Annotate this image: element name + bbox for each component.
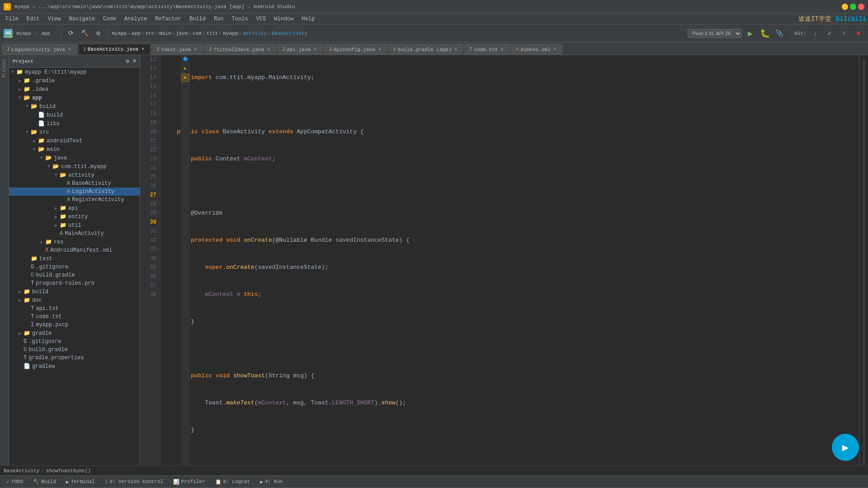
tab-close[interactable]: × bbox=[377, 47, 382, 52]
run-app-button[interactable]: ▶ bbox=[745, 28, 756, 39]
tab-close[interactable]: × bbox=[552, 47, 557, 52]
tab-toast[interactable]: J Toast.java × bbox=[151, 44, 203, 55]
tree-item-gradle[interactable]: ▶ 📁 .gradle bbox=[9, 76, 140, 85]
tab-close[interactable]: × bbox=[67, 47, 72, 52]
tree-item-mainactivity[interactable]: A MainActivity bbox=[9, 230, 140, 238]
tree-item-app[interactable]: ▼ 📂 app bbox=[9, 94, 140, 102]
bc-main[interactable]: main bbox=[159, 31, 171, 36]
tree-item-buildgradle-root[interactable]: G build.gradle bbox=[9, 346, 140, 354]
tab-todo[interactable]: ✓ TODO bbox=[2, 476, 28, 487]
tab-baseactivity[interactable]: J BaseActivity.java × bbox=[78, 44, 151, 55]
tree-item-api-txt[interactable]: T api.txt bbox=[9, 305, 140, 313]
tree-item-build-root[interactable]: ▶ 📁 build bbox=[9, 287, 140, 296]
project-view-label[interactable]: Project bbox=[2, 59, 7, 78]
sync-btn[interactable]: ⟳ bbox=[65, 28, 77, 39]
bc-baseactivity[interactable]: BaseActivity bbox=[4, 468, 39, 474]
tree-item-res[interactable]: ▶ 📁 res bbox=[9, 238, 140, 246]
tree-item-baseactivity[interactable]: A BaseActivity bbox=[9, 179, 140, 188]
menu-analyze[interactable]: Analyze bbox=[121, 15, 151, 23]
build-btn[interactable]: 🔨 bbox=[79, 28, 90, 39]
tree-item-java[interactable]: ▼ 📂 java bbox=[9, 154, 140, 162]
tab-loginactivity[interactable]: J LoginActivity.java × bbox=[2, 44, 77, 55]
bc-com[interactable]: com bbox=[193, 31, 202, 36]
tree-item-build-inner[interactable]: 📄 build bbox=[9, 111, 140, 119]
bc-myapp[interactable]: myapp bbox=[112, 31, 127, 36]
tree-item-src[interactable]: ▼ 📂 src bbox=[9, 128, 140, 136]
project-selector[interactable]: AS myapp ▸ app bbox=[4, 29, 57, 38]
minimize-button[interactable] bbox=[842, 4, 848, 10]
tree-item-activity[interactable]: ▼ 📂 activity bbox=[9, 171, 140, 179]
tree-item-myapp-root[interactable]: ▼ 📁 myapp E:\ttit\myapp bbox=[9, 68, 140, 76]
tab-codetxt[interactable]: T code.txt × bbox=[464, 44, 510, 55]
tree-item-entity-pkg[interactable]: ▶ 📁 entity bbox=[9, 212, 140, 221]
tree-item-util-pkg[interactable]: ▶ 📁 util bbox=[9, 221, 140, 230]
tab-apiconfig[interactable]: J ApiConfig.java × bbox=[324, 44, 387, 55]
attach-debugger-button[interactable]: 📎 bbox=[774, 28, 785, 39]
menu-view[interactable]: View bbox=[44, 15, 65, 23]
code-editor[interactable]: 12 13 14 15 16 17 18 19 20 21 22 23 24 2… bbox=[140, 55, 859, 465]
bc-activity[interactable]: activity bbox=[243, 31, 267, 36]
tab-close[interactable]: × bbox=[266, 47, 271, 52]
sidebar-settings-icon[interactable]: ⚙ bbox=[126, 58, 129, 65]
tree-item-libs[interactable]: 📄 libs bbox=[9, 119, 140, 128]
git-update-button[interactable]: ↓ bbox=[809, 28, 821, 39]
bc-ttit[interactable]: ttit bbox=[206, 31, 218, 36]
code-content[interactable]: import com.ttit.myapp.MainActivity; publ… bbox=[170, 55, 859, 465]
bc-method[interactable]: showToastSync() bbox=[46, 468, 91, 474]
menu-file[interactable]: File bbox=[2, 15, 22, 23]
tree-item-androidtest[interactable]: ▶ 📁 androidTest bbox=[9, 136, 140, 145]
tree-item-myapp-pxcp[interactable]: I myapp.pxcp bbox=[9, 321, 140, 329]
sidebar-close-icon[interactable]: × bbox=[133, 58, 136, 65]
menu-navigate[interactable]: Navigate bbox=[65, 15, 99, 23]
menu-tools[interactable]: Tools bbox=[228, 15, 252, 23]
tree-item-idea[interactable]: ▶ 📁 .idea bbox=[9, 85, 140, 94]
device-selector[interactable]: Pixel 3 XL API 29 bbox=[688, 29, 742, 38]
tree-item-gradleprops[interactable]: T gradle.properties bbox=[9, 354, 140, 362]
tab-buildgradle[interactable]: G build.gradle (app) × bbox=[388, 44, 464, 55]
menu-help[interactable]: Help bbox=[298, 15, 318, 23]
tree-item-buildgradle-app[interactable]: G build.gradle bbox=[9, 271, 140, 279]
git-push-button[interactable]: ↑ bbox=[838, 28, 850, 39]
menu-code[interactable]: Code bbox=[99, 15, 120, 23]
menu-run[interactable]: Run bbox=[210, 15, 227, 23]
bc-baseactivity[interactable]: BaseActivity bbox=[272, 31, 307, 36]
tab-close[interactable]: × bbox=[312, 47, 318, 52]
tree-item-test[interactable]: 📁 test bbox=[9, 254, 140, 263]
tree-item-doc[interactable]: ▶ 📁 doc bbox=[9, 296, 140, 305]
bc-myapp2[interactable]: myapp bbox=[223, 31, 238, 36]
tab-build[interactable]: 🔨 Build bbox=[28, 476, 61, 487]
bc-app[interactable]: app bbox=[132, 31, 141, 36]
tab-ttitcallback[interactable]: J TtitCallback.java × bbox=[204, 44, 276, 55]
tab-profiler[interactable]: 📊 Profiler bbox=[169, 476, 210, 487]
tree-item-gradle-root[interactable]: ▶ 📁 gradle bbox=[9, 329, 140, 338]
tab-run[interactable]: ▶ 4: Run bbox=[255, 476, 287, 487]
tab-logcat[interactable]: 📋 6: Logcat bbox=[211, 476, 255, 487]
tree-item-com-ttit[interactable]: ▼ 📂 com.ttit.myapp bbox=[9, 162, 140, 171]
tab-version-control[interactable]: ↕ 9: Version Control bbox=[100, 476, 167, 487]
tree-item-code-txt[interactable]: T code.txt bbox=[9, 313, 140, 321]
bc-src[interactable]: src bbox=[146, 31, 155, 36]
tree-item-proguard[interactable]: T proguard-rules.pro bbox=[9, 279, 140, 287]
tab-close[interactable]: × bbox=[140, 47, 146, 52]
tab-close[interactable]: × bbox=[453, 47, 458, 52]
maximize-button[interactable] bbox=[850, 4, 856, 10]
tab-close[interactable]: × bbox=[500, 47, 505, 52]
stop-button[interactable]: ■ bbox=[853, 28, 864, 39]
menu-refactor[interactable]: Refactor bbox=[151, 15, 185, 23]
menu-build[interactable]: Build bbox=[186, 15, 209, 23]
menu-window[interactable]: Window bbox=[270, 15, 297, 23]
tab-close[interactable]: × bbox=[193, 47, 198, 52]
tree-item-loginactivity[interactable]: A LoginActivity bbox=[9, 188, 140, 196]
tree-item-registeractivity[interactable]: A RegisterActivity bbox=[9, 196, 140, 204]
menu-edit[interactable]: Edit bbox=[23, 15, 43, 23]
tab-api[interactable]: J Api.java × bbox=[277, 44, 323, 55]
tree-item-main[interactable]: ▼ 📂 main bbox=[9, 145, 140, 154]
settings-btn[interactable]: ⚙ bbox=[92, 28, 104, 39]
bilibili-player[interactable] bbox=[832, 434, 859, 461]
tree-item-build[interactable]: ▼ 📂 build bbox=[9, 102, 140, 111]
tab-dimensxml[interactable]: X dimens.xml × bbox=[511, 44, 562, 55]
tab-terminal[interactable]: ▶ Terminal bbox=[61, 476, 99, 487]
bc-java[interactable]: java bbox=[176, 31, 188, 36]
menu-vcs[interactable]: VCS bbox=[253, 15, 270, 23]
tree-item-androidmanifest[interactable]: X AndroidManifest.xml bbox=[9, 246, 140, 254]
